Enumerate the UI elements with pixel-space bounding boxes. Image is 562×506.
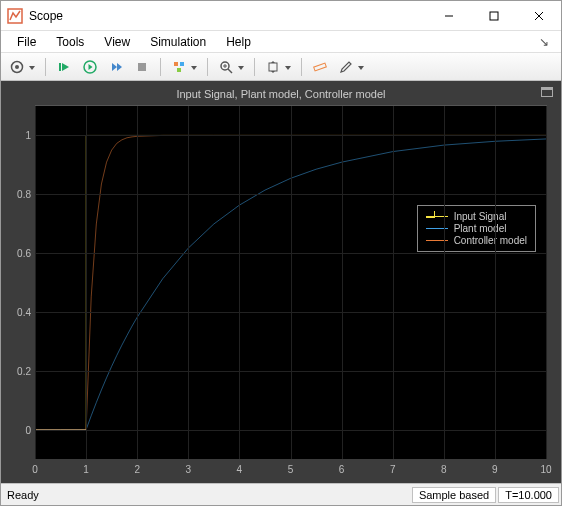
legend-row: Input Signal — [426, 211, 527, 222]
x-tick-label: 10 — [540, 464, 551, 475]
x-tick-label: 8 — [441, 464, 447, 475]
stop-button[interactable] — [130, 56, 154, 78]
x-tick-label: 1 — [83, 464, 89, 475]
annotate-button[interactable] — [334, 56, 368, 78]
svg-rect-8 — [138, 63, 146, 71]
y-tick-label: 1 — [7, 130, 31, 141]
x-tick-label: 2 — [134, 464, 140, 475]
chart-axes[interactable]: Input SignalPlant modelController model … — [35, 105, 547, 459]
restart-button[interactable] — [52, 56, 76, 78]
x-tick-label: 0 — [32, 464, 38, 475]
svg-point-6 — [15, 65, 19, 69]
scope-window: Scope File Tools View Simulation Help ↘ — [0, 0, 562, 506]
x-tick-label: 9 — [492, 464, 498, 475]
stop-icon — [135, 60, 149, 74]
legend-row: Plant model — [426, 223, 527, 234]
minimize-button[interactable] — [426, 1, 471, 30]
svg-rect-9 — [174, 62, 178, 66]
y-tick-label: 0.2 — [7, 365, 31, 376]
autoscale-button[interactable] — [261, 56, 295, 78]
x-tick-label: 5 — [288, 464, 294, 475]
menu-file[interactable]: File — [7, 33, 46, 51]
maximize-axes-icon[interactable] — [541, 87, 553, 97]
svg-line-13 — [228, 69, 232, 73]
svg-rect-17 — [314, 63, 327, 71]
plot-area: Input Signal, Plant model, Controller mo… — [1, 81, 561, 483]
svg-rect-2 — [490, 12, 498, 20]
toolbar-options-icon[interactable]: ↘ — [533, 33, 555, 51]
svg-rect-11 — [177, 68, 181, 72]
pencil-icon — [339, 60, 353, 74]
legend[interactable]: Input SignalPlant modelController model — [417, 205, 536, 252]
ruler-icon — [313, 60, 327, 74]
y-tick-label: 0.6 — [7, 248, 31, 259]
menu-help[interactable]: Help — [216, 33, 261, 51]
step-forward-button[interactable] — [104, 56, 128, 78]
title-bar: Scope — [1, 1, 561, 31]
zoom-icon — [219, 60, 233, 74]
legend-label: Controller model — [454, 235, 527, 246]
y-tick-label: 0.8 — [7, 189, 31, 200]
maximize-button[interactable] — [471, 1, 516, 30]
plot-title: Input Signal, Plant model, Controller mo… — [7, 87, 555, 103]
app-icon — [7, 8, 23, 24]
menu-tools[interactable]: Tools — [46, 33, 94, 51]
svg-rect-16 — [269, 63, 277, 71]
gear-icon — [10, 60, 24, 74]
legend-row: Controller model — [426, 235, 527, 246]
y-tick-label: 0 — [7, 424, 31, 435]
configure-button[interactable] — [5, 56, 39, 78]
legend-label: Input Signal — [454, 211, 507, 222]
legend-label: Plant model — [454, 223, 507, 234]
status-bar: Ready Sample based T=10.000 — [1, 483, 561, 505]
signals-icon — [172, 60, 186, 74]
toolbar — [1, 53, 561, 81]
close-button[interactable] — [516, 1, 561, 30]
zoom-button[interactable] — [214, 56, 248, 78]
svg-rect-10 — [180, 62, 184, 66]
menu-bar: File Tools View Simulation Help ↘ — [1, 31, 561, 53]
autoscale-icon — [266, 60, 280, 74]
y-tick-label: 0.4 — [7, 306, 31, 317]
restart-icon — [57, 60, 71, 74]
signals-button[interactable] — [167, 56, 201, 78]
menu-simulation[interactable]: Simulation — [140, 33, 216, 51]
menu-view[interactable]: View — [94, 33, 140, 51]
run-button[interactable] — [78, 56, 102, 78]
x-tick-label: 3 — [186, 464, 192, 475]
status-time: T=10.000 — [498, 487, 559, 503]
status-text: Ready — [3, 489, 39, 501]
measure-button[interactable] — [308, 56, 332, 78]
x-tick-label: 4 — [237, 464, 243, 475]
step-icon — [109, 60, 123, 74]
window-title: Scope — [29, 9, 426, 23]
x-tick-label: 6 — [339, 464, 345, 475]
x-tick-label: 7 — [390, 464, 396, 475]
status-mode: Sample based — [412, 487, 496, 503]
play-icon — [83, 60, 97, 74]
